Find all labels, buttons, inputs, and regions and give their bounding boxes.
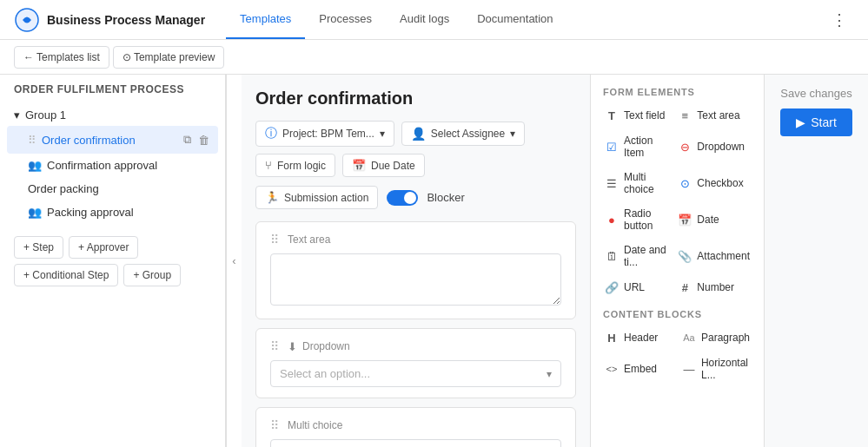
page-title: Order confirmation (255, 89, 576, 108)
form-element-dropdown[interactable]: ⊖ Dropdown (676, 132, 752, 161)
form-logic-button[interactable]: ⑂ Form logic (255, 154, 335, 177)
form-element-url[interactable]: 🔗 URL (603, 278, 669, 297)
form-logic-label: Form logic (277, 160, 326, 172)
drag-handle-icon[interactable]: ⠿ (270, 339, 279, 353)
form-element-checkbox[interactable]: ⊙ Checkbox (676, 168, 752, 198)
form-element-radio-button[interactable]: ● Radio button (603, 205, 669, 234)
toolbar-row-1: ⓘ Project: BPM Tem... ▾ 👤 Select Assigne… (255, 121, 576, 177)
templates-list-button[interactable]: ← Templates list (14, 46, 109, 69)
right-panel: FORM ELEMENTS T Text field ≡ Text area ☑… (590, 75, 868, 447)
drag-handle-icon[interactable]: ⠿ (270, 418, 279, 432)
form-element-label: Multi choice (624, 171, 667, 195)
right-actions-panel: Save changes ▶ Start (764, 75, 868, 447)
form-element-multi-choice[interactable]: ☰ Multi choice (603, 168, 669, 198)
template-preview-button[interactable]: ⊙ Template preview (113, 46, 225, 69)
toggle-knob (404, 192, 416, 204)
multi-choice-icon: ☰ (605, 176, 619, 190)
content-embed[interactable]: <> Embed (603, 354, 673, 384)
collapse-sidebar-button[interactable]: ‹ (226, 75, 242, 447)
sidebar-item-order-confirmation[interactable]: ⠿ Order confirmation ⧉ 🗑 (7, 126, 218, 154)
date-time-icon: 🗓 (605, 249, 619, 263)
chevron-down-icon: ▾ (380, 128, 385, 140)
form-element-label: Date and ti... (624, 244, 667, 268)
sidebar: Order fulfilment process ▾ Group 1 ⠿ Ord… (0, 75, 226, 447)
text-area-section: ⠿ Text area (255, 221, 576, 319)
number-icon: # (678, 280, 692, 294)
delete-item-button[interactable]: 🗑 (196, 131, 211, 148)
content-header[interactable]: H Header (603, 328, 673, 347)
content-paragraph[interactable]: Aa Paragraph (680, 328, 752, 347)
sidebar-item-label: Order packing (28, 182, 99, 195)
content-label: Embed (624, 363, 657, 375)
submission-icon: 🏃 (265, 191, 279, 204)
main-layout: Order fulfilment process ▾ Group 1 ⠿ Ord… (0, 75, 868, 447)
tab-processes[interactable]: Processes (305, 0, 386, 39)
form-element-attachment[interactable]: 📎 Attachment (676, 241, 752, 271)
project-label: Project: BPM Tem... (282, 128, 374, 140)
play-icon: ▶ (796, 115, 805, 129)
sidebar-item-order-packing[interactable]: Order packing (0, 177, 225, 200)
blocker-toggle[interactable] (387, 190, 418, 206)
dropdown-icon: ⊖ (678, 140, 692, 154)
form-element-date-time[interactable]: 🗓 Date and ti... (603, 241, 669, 271)
group-collapse-icon: ▾ (14, 108, 20, 122)
form-element-label: Dropdown (697, 141, 745, 153)
form-element-date[interactable]: 📅 Date (676, 205, 752, 234)
top-nav: Business Process Manager Templates Proce… (0, 0, 868, 40)
assignee-button[interactable]: 👤 Select Assignee ▾ (401, 122, 525, 146)
content-horizontal-line[interactable]: — Horizontal L... (680, 354, 752, 384)
dropdown-label: Dropdown (302, 340, 350, 352)
app-logo: Business Process Manager (14, 7, 205, 33)
horizontal-line-icon: — (682, 362, 696, 376)
header-icon: H (605, 331, 619, 345)
content-label: Horizontal L... (701, 357, 750, 381)
main-content: Order confirmation ⓘ Project: BPM Tem...… (242, 75, 590, 447)
sidebar-item-label: Packing approval (47, 206, 134, 219)
dropdown-chevron-icon: ▾ (547, 368, 552, 380)
group-1-header[interactable]: ▾ Group 1 (0, 104, 225, 126)
sidebar-item-label: Confirmation approval (47, 159, 157, 172)
form-element-text-field[interactable]: T Text field (603, 106, 669, 125)
blocker-label: Blocker (427, 191, 464, 204)
nav-tabs: Templates Processes Audit logs Documenta… (226, 0, 825, 39)
logo-icon (14, 7, 40, 33)
radio-button-icon: ● (605, 213, 619, 227)
dropdown-section-title: ⠿ ⬇ Dropdown (270, 339, 561, 353)
form-element-label: Attachment (697, 250, 750, 262)
copy-item-button[interactable]: ⧉ (182, 131, 193, 148)
tab-documentation[interactable]: Documentation (463, 0, 567, 39)
start-button[interactable]: ▶ Start (780, 108, 852, 136)
due-date-button[interactable]: 📅 Due Date (342, 154, 425, 177)
text-area-input[interactable] (270, 253, 561, 306)
dropdown-field[interactable]: Select an option... ▾ (270, 360, 561, 387)
start-label: Start (811, 115, 837, 129)
more-menu-button[interactable]: ⋮ (825, 7, 854, 33)
action-item-icon: ☑ (605, 140, 619, 154)
tab-templates[interactable]: Templates (226, 0, 305, 39)
tab-audit-logs[interactable]: Audit logs (386, 0, 463, 39)
assignee-label: Select Assignee (431, 128, 505, 140)
person-icon: 👤 (411, 127, 426, 141)
add-conditional-step-button[interactable]: + Conditional Step (14, 264, 118, 286)
project-button[interactable]: ⓘ Project: BPM Tem... ▾ (255, 121, 394, 147)
add-group-button[interactable]: + Group (123, 264, 181, 286)
form-element-action-item[interactable]: ☑ Action Item (603, 132, 669, 161)
sidebar-item-packing-approval[interactable]: 👥 Packing approval (0, 200, 225, 224)
multi-choice-field[interactable]: Select... ▾ (270, 439, 561, 447)
save-changes-button[interactable]: Save changes (780, 87, 851, 100)
content-label: Header (624, 332, 658, 344)
toolbar-row-2: 🏃 Submission action Blocker (255, 186, 576, 209)
drag-handle-icon[interactable]: ⠿ (270, 233, 279, 247)
date-icon: 📅 (678, 213, 692, 227)
multi-choice-section-title: ⠿ Multi choice (270, 418, 561, 432)
submission-action-button[interactable]: 🏃 Submission action (255, 186, 378, 209)
form-element-number[interactable]: # Number (676, 278, 752, 297)
sidebar-item-confirmation-approval[interactable]: 👥 Confirmation approval (0, 154, 225, 177)
form-element-text-area[interactable]: ≡ Text area (676, 106, 752, 125)
multi-choice-label: Multi choice (288, 419, 342, 431)
add-step-button[interactable]: + Step (14, 236, 63, 259)
info-icon: ⓘ (265, 126, 277, 141)
person-icon: 👥 (28, 206, 42, 219)
form-element-label: URL (624, 281, 645, 293)
add-approver-button[interactable]: + Approver (69, 236, 138, 259)
